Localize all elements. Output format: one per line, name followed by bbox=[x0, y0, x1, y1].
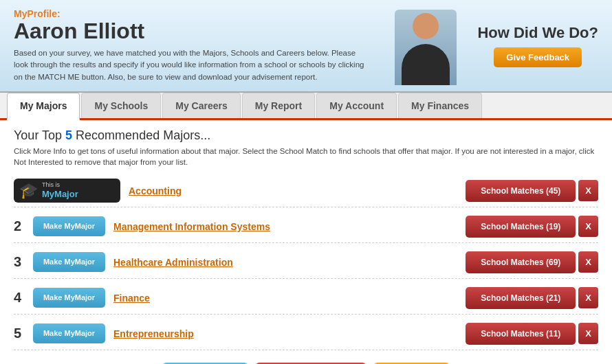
tab-bar: My Majors My Schools My Careers My Repor… bbox=[0, 93, 612, 120]
table-row: 5 Make MyMajor Entrepreneurship School M… bbox=[14, 317, 598, 350]
main-content: Your Top 5 Recommended Majors... Click M… bbox=[0, 120, 612, 364]
not-interested-button-4[interactable]: X bbox=[578, 287, 598, 308]
table-row: 2 Make MyMajor Management Information Sy… bbox=[14, 210, 598, 243]
title-start: Your Top bbox=[14, 128, 65, 142]
header-description: Based on your survey, we have matched yo… bbox=[14, 47, 371, 83]
make-mymajor-button-2[interactable]: Make MyMajor bbox=[33, 216, 105, 236]
section-title: Your Top 5 Recommended Majors... bbox=[14, 128, 598, 143]
not-interested-button-3[interactable]: X bbox=[578, 251, 598, 273]
school-matches-button-5[interactable]: School Matches (11) bbox=[466, 323, 576, 345]
header: MyProfile: Aaron Elliott Based on your s… bbox=[0, 0, 612, 93]
table-row: 3 Make MyMajor Healthcare Administration… bbox=[14, 246, 598, 279]
mymajor-logo: 🎓 This is MyMajor bbox=[14, 179, 120, 202]
rank-5: 5 bbox=[14, 326, 33, 341]
feedback-box: How Did We Do? Give Feedback bbox=[477, 24, 598, 67]
avatar bbox=[388, 6, 463, 85]
make-mymajor-button-3[interactable]: Make MyMajor bbox=[33, 252, 105, 272]
avatar-image bbox=[395, 10, 457, 85]
major-name-healthcare[interactable]: Healthcare Administration bbox=[105, 257, 466, 268]
logo-mymajor: MyMajor bbox=[42, 189, 78, 200]
tab-my-report[interactable]: My Report bbox=[242, 93, 315, 118]
section-description: Click More Info to get tons of useful in… bbox=[14, 146, 598, 168]
table-row: 🎓 This is MyMajor Accounting School Matc… bbox=[14, 174, 598, 207]
make-mymajor-button-4[interactable]: Make MyMajor bbox=[33, 288, 105, 308]
footer-buttons: My Report School Matches Next bbox=[14, 356, 598, 364]
tab-my-finances[interactable]: My Finances bbox=[398, 93, 482, 118]
title-end: Recommended Majors... bbox=[72, 128, 210, 142]
school-matches-button-2[interactable]: School Matches (19) bbox=[466, 216, 576, 238]
rank-3: 3 bbox=[14, 254, 33, 270]
school-matches-button-4[interactable]: School Matches (21) bbox=[466, 287, 576, 309]
major-name-entrepreneurship[interactable]: Entrepreneurship bbox=[105, 328, 466, 339]
user-name: Aaron Elliott bbox=[14, 19, 388, 43]
not-interested-button-2[interactable]: X bbox=[578, 216, 598, 237]
make-mymajor-button-5[interactable]: Make MyMajor bbox=[33, 323, 105, 343]
not-interested-button-5[interactable]: X bbox=[578, 323, 598, 344]
header-left: MyProfile: Aaron Elliott Based on your s… bbox=[14, 8, 388, 83]
tab-my-careers[interactable]: My Careers bbox=[162, 93, 241, 118]
myprofile-label: MyProfile: bbox=[14, 8, 388, 19]
majors-list: 🎓 This is MyMajor Accounting School Matc… bbox=[14, 174, 598, 350]
how-did-we-title: How Did We Do? bbox=[477, 24, 598, 42]
school-matches-button-1[interactable]: School Matches (45) bbox=[466, 180, 576, 202]
header-right: How Did We Do? Give Feedback bbox=[388, 6, 598, 85]
title-highlight: 5 bbox=[65, 128, 72, 142]
tab-my-account[interactable]: My Account bbox=[316, 93, 397, 118]
rank-4: 4 bbox=[14, 290, 33, 306]
major-name-finance[interactable]: Finance bbox=[105, 293, 466, 304]
major-name-mis[interactable]: Management Information Systems bbox=[105, 221, 466, 232]
tab-my-majors[interactable]: My Majors bbox=[7, 93, 80, 120]
give-feedback-button[interactable]: Give Feedback bbox=[494, 47, 582, 67]
rank-2: 2 bbox=[14, 218, 33, 234]
cap-icon: 🎓 bbox=[19, 182, 38, 200]
not-interested-button-1[interactable]: X bbox=[578, 180, 598, 201]
major-name-accounting[interactable]: Accounting bbox=[120, 185, 466, 196]
tab-my-schools[interactable]: My Schools bbox=[81, 93, 161, 118]
logo-this-is: This is bbox=[42, 181, 78, 189]
school-matches-button-3[interactable]: School Matches (69) bbox=[466, 251, 576, 273]
table-row: 4 Make MyMajor Finance School Matches (2… bbox=[14, 282, 598, 315]
